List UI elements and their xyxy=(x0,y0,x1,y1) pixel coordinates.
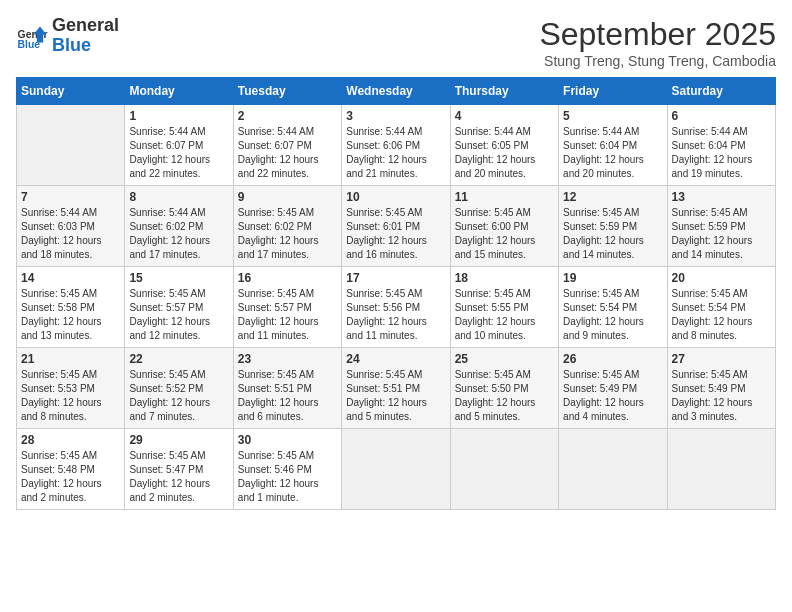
day-detail: Sunrise: 5:45 AM Sunset: 6:01 PM Dayligh… xyxy=(346,206,445,262)
weekday-header-saturday: Saturday xyxy=(667,78,775,105)
logo-text: General Blue xyxy=(52,16,119,56)
calendar-cell: 16Sunrise: 5:45 AM Sunset: 5:57 PM Dayli… xyxy=(233,267,341,348)
calendar-cell: 15Sunrise: 5:45 AM Sunset: 5:57 PM Dayli… xyxy=(125,267,233,348)
weekday-header-row: SundayMondayTuesdayWednesdayThursdayFrid… xyxy=(17,78,776,105)
logo-line2: Blue xyxy=(52,35,91,55)
calendar-cell xyxy=(17,105,125,186)
day-detail: Sunrise: 5:45 AM Sunset: 5:58 PM Dayligh… xyxy=(21,287,120,343)
calendar-cell: 6Sunrise: 5:44 AM Sunset: 6:04 PM Daylig… xyxy=(667,105,775,186)
day-number: 22 xyxy=(129,352,228,366)
day-detail: Sunrise: 5:45 AM Sunset: 5:54 PM Dayligh… xyxy=(672,287,771,343)
weekday-header-sunday: Sunday xyxy=(17,78,125,105)
day-number: 30 xyxy=(238,433,337,447)
day-number: 21 xyxy=(21,352,120,366)
day-number: 13 xyxy=(672,190,771,204)
calendar-cell: 24Sunrise: 5:45 AM Sunset: 5:51 PM Dayli… xyxy=(342,348,450,429)
day-detail: Sunrise: 5:45 AM Sunset: 5:54 PM Dayligh… xyxy=(563,287,662,343)
day-detail: Sunrise: 5:44 AM Sunset: 6:07 PM Dayligh… xyxy=(129,125,228,181)
calendar-cell: 21Sunrise: 5:45 AM Sunset: 5:53 PM Dayli… xyxy=(17,348,125,429)
month-title: September 2025 xyxy=(539,16,776,53)
day-number: 20 xyxy=(672,271,771,285)
day-number: 17 xyxy=(346,271,445,285)
logo-line1: General xyxy=(52,16,119,36)
calendar-cell: 28Sunrise: 5:45 AM Sunset: 5:48 PM Dayli… xyxy=(17,429,125,510)
title-area: September 2025 Stung Treng, Stung Treng,… xyxy=(539,16,776,69)
weekday-header-wednesday: Wednesday xyxy=(342,78,450,105)
day-detail: Sunrise: 5:44 AM Sunset: 6:05 PM Dayligh… xyxy=(455,125,554,181)
calendar-cell: 30Sunrise: 5:45 AM Sunset: 5:46 PM Dayli… xyxy=(233,429,341,510)
calendar-cell: 5Sunrise: 5:44 AM Sunset: 6:04 PM Daylig… xyxy=(559,105,667,186)
day-detail: Sunrise: 5:45 AM Sunset: 5:51 PM Dayligh… xyxy=(346,368,445,424)
header: General Blue General Blue September 2025… xyxy=(16,16,776,69)
calendar-cell: 1Sunrise: 5:44 AM Sunset: 6:07 PM Daylig… xyxy=(125,105,233,186)
day-detail: Sunrise: 5:45 AM Sunset: 6:02 PM Dayligh… xyxy=(238,206,337,262)
calendar-cell: 2Sunrise: 5:44 AM Sunset: 6:07 PM Daylig… xyxy=(233,105,341,186)
day-number: 14 xyxy=(21,271,120,285)
day-detail: Sunrise: 5:45 AM Sunset: 5:46 PM Dayligh… xyxy=(238,449,337,505)
day-detail: Sunrise: 5:45 AM Sunset: 5:51 PM Dayligh… xyxy=(238,368,337,424)
logo-icon: General Blue xyxy=(16,20,48,52)
calendar-cell: 9Sunrise: 5:45 AM Sunset: 6:02 PM Daylig… xyxy=(233,186,341,267)
weekday-header-friday: Friday xyxy=(559,78,667,105)
calendar-cell: 18Sunrise: 5:45 AM Sunset: 5:55 PM Dayli… xyxy=(450,267,558,348)
day-detail: Sunrise: 5:45 AM Sunset: 5:49 PM Dayligh… xyxy=(563,368,662,424)
day-detail: Sunrise: 5:45 AM Sunset: 5:57 PM Dayligh… xyxy=(129,287,228,343)
day-detail: Sunrise: 5:45 AM Sunset: 5:59 PM Dayligh… xyxy=(672,206,771,262)
calendar-cell: 20Sunrise: 5:45 AM Sunset: 5:54 PM Dayli… xyxy=(667,267,775,348)
calendar-cell: 11Sunrise: 5:45 AM Sunset: 6:00 PM Dayli… xyxy=(450,186,558,267)
week-row-5: 28Sunrise: 5:45 AM Sunset: 5:48 PM Dayli… xyxy=(17,429,776,510)
day-number: 15 xyxy=(129,271,228,285)
day-detail: Sunrise: 5:44 AM Sunset: 6:03 PM Dayligh… xyxy=(21,206,120,262)
day-number: 9 xyxy=(238,190,337,204)
day-detail: Sunrise: 5:45 AM Sunset: 5:52 PM Dayligh… xyxy=(129,368,228,424)
location-subtitle: Stung Treng, Stung Treng, Cambodia xyxy=(539,53,776,69)
day-number: 23 xyxy=(238,352,337,366)
calendar-cell: 7Sunrise: 5:44 AM Sunset: 6:03 PM Daylig… xyxy=(17,186,125,267)
day-number: 6 xyxy=(672,109,771,123)
weekday-header-thursday: Thursday xyxy=(450,78,558,105)
calendar-cell: 13Sunrise: 5:45 AM Sunset: 5:59 PM Dayli… xyxy=(667,186,775,267)
day-detail: Sunrise: 5:45 AM Sunset: 5:59 PM Dayligh… xyxy=(563,206,662,262)
day-detail: Sunrise: 5:45 AM Sunset: 5:56 PM Dayligh… xyxy=(346,287,445,343)
day-number: 3 xyxy=(346,109,445,123)
day-detail: Sunrise: 5:44 AM Sunset: 6:02 PM Dayligh… xyxy=(129,206,228,262)
calendar-cell: 8Sunrise: 5:44 AM Sunset: 6:02 PM Daylig… xyxy=(125,186,233,267)
day-number: 11 xyxy=(455,190,554,204)
calendar-cell xyxy=(559,429,667,510)
day-number: 24 xyxy=(346,352,445,366)
logo: General Blue General Blue xyxy=(16,16,119,56)
calendar-cell xyxy=(450,429,558,510)
day-number: 4 xyxy=(455,109,554,123)
week-row-1: 1Sunrise: 5:44 AM Sunset: 6:07 PM Daylig… xyxy=(17,105,776,186)
day-detail: Sunrise: 5:44 AM Sunset: 6:04 PM Dayligh… xyxy=(563,125,662,181)
weekday-header-monday: Monday xyxy=(125,78,233,105)
day-number: 8 xyxy=(129,190,228,204)
calendar-cell: 17Sunrise: 5:45 AM Sunset: 5:56 PM Dayli… xyxy=(342,267,450,348)
calendar-cell: 19Sunrise: 5:45 AM Sunset: 5:54 PM Dayli… xyxy=(559,267,667,348)
day-detail: Sunrise: 5:45 AM Sunset: 5:57 PM Dayligh… xyxy=(238,287,337,343)
day-number: 12 xyxy=(563,190,662,204)
day-detail: Sunrise: 5:45 AM Sunset: 5:53 PM Dayligh… xyxy=(21,368,120,424)
day-number: 28 xyxy=(21,433,120,447)
calendar-cell: 27Sunrise: 5:45 AM Sunset: 5:49 PM Dayli… xyxy=(667,348,775,429)
day-number: 26 xyxy=(563,352,662,366)
day-detail: Sunrise: 5:45 AM Sunset: 6:00 PM Dayligh… xyxy=(455,206,554,262)
day-detail: Sunrise: 5:45 AM Sunset: 5:47 PM Dayligh… xyxy=(129,449,228,505)
calendar-cell: 12Sunrise: 5:45 AM Sunset: 5:59 PM Dayli… xyxy=(559,186,667,267)
day-number: 29 xyxy=(129,433,228,447)
day-number: 19 xyxy=(563,271,662,285)
calendar-cell: 23Sunrise: 5:45 AM Sunset: 5:51 PM Dayli… xyxy=(233,348,341,429)
calendar-cell: 22Sunrise: 5:45 AM Sunset: 5:52 PM Dayli… xyxy=(125,348,233,429)
day-number: 16 xyxy=(238,271,337,285)
day-number: 2 xyxy=(238,109,337,123)
day-detail: Sunrise: 5:44 AM Sunset: 6:06 PM Dayligh… xyxy=(346,125,445,181)
calendar-cell: 14Sunrise: 5:45 AM Sunset: 5:58 PM Dayli… xyxy=(17,267,125,348)
calendar-cell: 10Sunrise: 5:45 AM Sunset: 6:01 PM Dayli… xyxy=(342,186,450,267)
day-number: 5 xyxy=(563,109,662,123)
week-row-2: 7Sunrise: 5:44 AM Sunset: 6:03 PM Daylig… xyxy=(17,186,776,267)
day-detail: Sunrise: 5:45 AM Sunset: 5:55 PM Dayligh… xyxy=(455,287,554,343)
calendar-cell: 4Sunrise: 5:44 AM Sunset: 6:05 PM Daylig… xyxy=(450,105,558,186)
week-row-3: 14Sunrise: 5:45 AM Sunset: 5:58 PM Dayli… xyxy=(17,267,776,348)
calendar-cell: 3Sunrise: 5:44 AM Sunset: 6:06 PM Daylig… xyxy=(342,105,450,186)
day-detail: Sunrise: 5:45 AM Sunset: 5:48 PM Dayligh… xyxy=(21,449,120,505)
